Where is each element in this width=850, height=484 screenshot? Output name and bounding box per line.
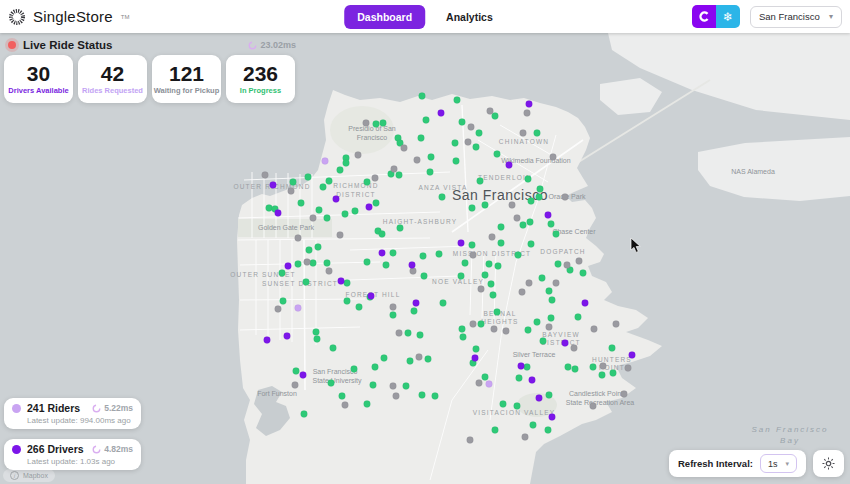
- snowflake-toggle-button[interactable]: ❄: [716, 5, 740, 28]
- driver-dot[interactable]: [529, 377, 536, 384]
- tab-analytics[interactable]: Analytics: [433, 5, 506, 29]
- rider-dot[interactable]: [322, 158, 329, 165]
- ride-in-progress-dot[interactable]: [339, 393, 346, 400]
- waiting-pickup-dot[interactable]: [564, 262, 571, 269]
- waiting-pickup-dot[interactable]: [503, 328, 510, 335]
- singlestore-toggle-button[interactable]: [692, 5, 716, 28]
- ride-in-progress-dot[interactable]: [326, 178, 333, 185]
- waiting-pickup-dot[interactable]: [478, 286, 485, 293]
- waiting-pickup-dot[interactable]: [571, 345, 578, 352]
- ride-in-progress-dot[interactable]: [459, 326, 466, 333]
- ride-in-progress-dot[interactable]: [514, 403, 521, 410]
- waiting-pickup-dot[interactable]: [522, 434, 529, 441]
- ride-in-progress-dot[interactable]: [280, 298, 287, 305]
- ride-in-progress-dot[interactable]: [420, 253, 427, 260]
- waiting-pickup-dot[interactable]: [390, 383, 397, 390]
- waiting-pickup-dot[interactable]: [470, 321, 477, 328]
- driver-dot[interactable]: [629, 352, 636, 359]
- theme-toggle-button[interactable]: [813, 450, 844, 477]
- ride-in-progress-dot[interactable]: [279, 270, 286, 277]
- ride-in-progress-dot[interactable]: [528, 198, 535, 205]
- ride-in-progress-dot[interactable]: [572, 366, 579, 373]
- ride-in-progress-dot[interactable]: [494, 151, 501, 158]
- ride-in-progress-dot[interactable]: [546, 392, 553, 399]
- waiting-pickup-dot[interactable]: [337, 232, 344, 239]
- ride-in-progress-dot[interactable]: [373, 121, 380, 128]
- driver-dot[interactable]: [366, 204, 373, 211]
- ride-in-progress-dot[interactable]: [524, 364, 531, 371]
- waiting-pickup-dot[interactable]: [467, 437, 474, 444]
- ride-in-progress-dot[interactable]: [337, 167, 344, 174]
- waiting-pickup-dot[interactable]: [600, 363, 607, 370]
- driver-dot[interactable]: [409, 262, 416, 269]
- waiting-pickup-dot[interactable]: [391, 166, 398, 173]
- ride-in-progress-dot[interactable]: [516, 375, 523, 382]
- ride-in-progress-dot[interactable]: [403, 383, 410, 390]
- ride-in-progress-dot[interactable]: [290, 179, 297, 186]
- ride-in-progress-dot[interactable]: [310, 260, 317, 267]
- waiting-pickup-dot[interactable]: [393, 393, 400, 400]
- ride-in-progress-dot[interactable]: [396, 172, 403, 179]
- ride-in-progress-dot[interactable]: [439, 194, 446, 201]
- driver-dot[interactable]: [338, 278, 345, 285]
- waiting-pickup-dot[interactable]: [591, 326, 598, 333]
- waiting-pickup-dot[interactable]: [509, 202, 516, 209]
- driver-dot[interactable]: [506, 162, 513, 169]
- ride-in-progress-dot[interactable]: [537, 186, 544, 193]
- ride-in-progress-dot[interactable]: [419, 93, 426, 100]
- ride-in-progress-dot[interactable]: [298, 200, 305, 207]
- waiting-pickup-dot[interactable]: [414, 157, 421, 164]
- ride-in-progress-dot[interactable]: [381, 355, 388, 362]
- ride-in-progress-dot[interactable]: [553, 231, 560, 238]
- ride-in-progress-dot[interactable]: [536, 194, 543, 201]
- tab-dashboard[interactable]: Dashboard: [344, 5, 425, 29]
- driver-dot[interactable]: [549, 414, 556, 421]
- ride-in-progress-dot[interactable]: [397, 225, 404, 232]
- driver-dot[interactable]: [270, 182, 277, 189]
- ride-in-progress-dot[interactable]: [419, 392, 426, 399]
- ride-in-progress-dot[interactable]: [495, 263, 502, 270]
- ride-in-progress-dot[interactable]: [427, 169, 434, 176]
- waiting-pickup-dot[interactable]: [292, 382, 299, 389]
- waiting-pickup-dot[interactable]: [295, 235, 302, 242]
- ride-in-progress-dot[interactable]: [383, 262, 390, 269]
- driver-dot[interactable]: [458, 240, 465, 247]
- ride-in-progress-dot[interactable]: [599, 372, 606, 379]
- ride-in-progress-dot[interactable]: [609, 345, 616, 352]
- driver-dot[interactable]: [545, 212, 552, 219]
- ride-in-progress-dot[interactable]: [482, 374, 489, 381]
- ride-in-progress-dot[interactable]: [565, 364, 572, 371]
- waiting-pickup-dot[interactable]: [520, 130, 527, 137]
- ride-in-progress-dot[interactable]: [316, 207, 323, 214]
- ride-in-progress-dot[interactable]: [342, 211, 349, 218]
- ride-in-progress-dot[interactable]: [549, 297, 556, 304]
- waiting-pickup-dot[interactable]: [355, 152, 362, 159]
- ride-in-progress-dot[interactable]: [482, 272, 489, 279]
- ride-in-progress-dot[interactable]: [324, 260, 331, 267]
- waiting-pickup-dot[interactable]: [621, 391, 628, 398]
- waiting-pickup-dot[interactable]: [310, 215, 317, 222]
- waiting-pickup-dot[interactable]: [489, 234, 496, 241]
- ride-in-progress-dot[interactable]: [500, 401, 507, 408]
- city-select[interactable]: San Francisco ▾: [750, 6, 842, 28]
- ride-in-progress-dot[interactable]: [494, 309, 501, 316]
- waiting-pickup-dot[interactable]: [416, 354, 423, 361]
- ride-in-progress-dot[interactable]: [458, 273, 465, 280]
- ride-in-progress-dot[interactable]: [421, 273, 428, 280]
- ride-in-progress-dot[interactable]: [477, 178, 484, 185]
- ride-in-progress-dot[interactable]: [364, 259, 371, 266]
- driver-dot[interactable]: [285, 263, 292, 270]
- ride-in-progress-dot[interactable]: [534, 319, 541, 326]
- ride-in-progress-dot[interactable]: [546, 288, 553, 295]
- ride-in-progress-dot[interactable]: [295, 261, 302, 268]
- waiting-pickup-dot[interactable]: [468, 124, 475, 131]
- waiting-pickup-dot[interactable]: [476, 380, 483, 387]
- ride-in-progress-dot[interactable]: [390, 312, 397, 319]
- ride-in-progress-dot[interactable]: [314, 336, 321, 343]
- ride-in-progress-dot[interactable]: [590, 364, 597, 371]
- driver-dot[interactable]: [562, 340, 569, 347]
- ride-in-progress-dot[interactable]: [266, 205, 273, 212]
- map-attribution[interactable]: i Mapbox: [3, 469, 55, 482]
- ride-in-progress-dot[interactable]: [428, 154, 435, 161]
- waiting-pickup-dot[interactable]: [390, 304, 397, 311]
